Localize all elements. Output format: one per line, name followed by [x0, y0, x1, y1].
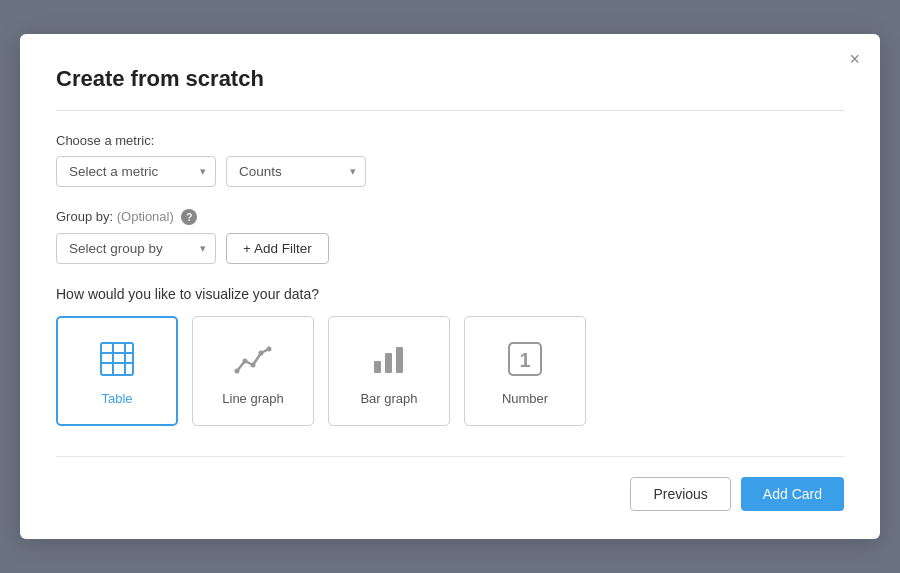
metric-select-wrapper: Select a metric Counts Sessions Users ▾ [56, 156, 216, 187]
metric-select[interactable]: Select a metric Counts Sessions Users [56, 156, 216, 187]
visualize-section: How would you like to visualize your dat… [56, 286, 844, 426]
chart-option-line-graph[interactable]: Line graph [192, 316, 314, 426]
counts-select-wrapper: Counts Unique Total ▾ [226, 156, 366, 187]
svg-point-9 [267, 346, 272, 351]
group-by-section: Group by: (Optional) ? Select group by ▾… [56, 209, 844, 265]
help-icon[interactable]: ? [181, 209, 197, 225]
create-from-scratch-modal: Create from scratch × Choose a metric: S… [20, 34, 880, 540]
number-icon: 1 [503, 337, 547, 381]
svg-point-6 [243, 358, 248, 363]
counts-select[interactable]: Counts Unique Total [226, 156, 366, 187]
chart-option-number[interactable]: 1 Number [464, 316, 586, 426]
close-button[interactable]: × [849, 50, 860, 68]
add-filter-button[interactable]: + Add Filter [226, 233, 329, 264]
group-by-row: Select group by ▾ + Add Filter [56, 233, 844, 264]
svg-rect-11 [385, 353, 392, 373]
table-label: Table [101, 391, 132, 406]
previous-button[interactable]: Previous [630, 477, 730, 511]
visualize-label: How would you like to visualize your dat… [56, 286, 844, 302]
modal-title: Create from scratch [56, 66, 844, 92]
chart-option-table[interactable]: Table [56, 316, 178, 426]
group-by-label: Group by: (Optional) ? [56, 209, 844, 226]
svg-rect-0 [101, 343, 133, 375]
line-graph-label: Line graph [222, 391, 283, 406]
chart-options: Table Line graph [56, 316, 844, 426]
add-card-button[interactable]: Add Card [741, 477, 844, 511]
bar-graph-label: Bar graph [360, 391, 417, 406]
metric-row: Select a metric Counts Sessions Users ▾ … [56, 156, 844, 187]
group-select-wrapper: Select group by ▾ [56, 233, 216, 264]
chart-option-bar-graph[interactable]: Bar graph [328, 316, 450, 426]
svg-point-7 [251, 362, 256, 367]
svg-point-5 [235, 368, 240, 373]
table-icon [95, 337, 139, 381]
metric-label: Choose a metric: [56, 133, 844, 148]
divider [56, 110, 844, 111]
bar-graph-icon [367, 337, 411, 381]
svg-rect-12 [396, 347, 403, 373]
number-label: Number [502, 391, 548, 406]
line-graph-icon [231, 337, 275, 381]
svg-point-8 [259, 350, 264, 355]
metric-section: Choose a metric: Select a metric Counts … [56, 133, 844, 187]
group-select[interactable]: Select group by [56, 233, 216, 264]
svg-rect-10 [374, 361, 381, 373]
svg-text:1: 1 [519, 349, 530, 371]
footer: Previous Add Card [56, 456, 844, 511]
